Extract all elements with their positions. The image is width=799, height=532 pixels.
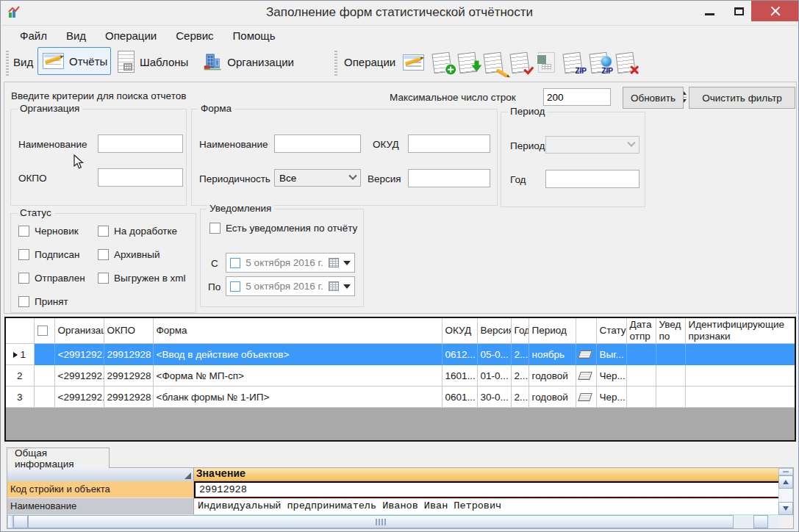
cell-identifying[interactable] [685,387,795,408]
col-form[interactable]: Форма [153,318,442,344]
col-identifying[interactable]: Идентифицирующие признаки [685,318,795,344]
cell-okud[interactable]: 1601... [442,365,477,387]
excel-export-button[interactable] [534,48,559,76]
status-sent-checkbox[interactable]: Отправлен [18,273,85,284]
date-from-picker[interactable]: 5 октября 2016 г. [226,253,355,273]
col-year[interactable]: Год [511,318,529,344]
col-organization[interactable]: Организация [54,318,104,344]
row-header[interactable]: 3 [6,387,34,408]
period-combobox[interactable] [545,136,639,154]
scroll-right-button[interactable] [753,515,768,528]
scrollbar-track[interactable] [734,515,753,528]
details-property-header[interactable] [7,468,194,481]
maximize-button[interactable] [725,1,752,21]
cell-identifying[interactable] [685,365,795,387]
table-row[interactable]: 2 <2991292... 29912928 <Форма № МП-сп> 1… [6,365,795,387]
date-checkbox-icon[interactable] [230,281,240,292]
col-okud[interactable]: ОКУД [442,318,477,344]
cell-status[interactable]: Чер... [596,365,626,387]
col-sent-date[interactable]: Дата отпр [626,318,656,344]
row-header[interactable]: 2 [6,365,34,387]
reports-button[interactable]: Отчёты [37,47,111,75]
cell-period[interactable]: ноябрь [529,344,576,365]
menu-file[interactable]: Файл [10,27,57,44]
toolbar-grip[interactable] [6,51,9,76]
scrollbar-thumb[interactable] [28,515,734,528]
scroll-up-button[interactable] [778,475,793,489]
status-rework-checkbox[interactable]: На доработке [98,226,177,237]
details-value[interactable]: Индивидуальный предприниматель Иванов Ив… [194,498,778,515]
row-checkbox-cell[interactable] [34,387,54,408]
menu-view[interactable]: Вид [57,27,96,44]
cell-status-icon[interactable] [576,365,596,387]
status-xml-checkbox[interactable]: Выгружен в xml [98,273,186,284]
periodicity-combobox[interactable]: Все [274,169,361,187]
date-checkbox-icon[interactable] [230,258,240,268]
status-accepted-checkbox[interactable]: Принят [18,296,68,307]
splitter-handle[interactable] [7,515,13,528]
verify-report-button[interactable] [507,48,532,76]
minimize-button[interactable] [696,1,723,21]
has-notifications-checkbox[interactable]: Есть уведомления по отчёту [209,223,357,234]
cell-organization[interactable]: <2991292... [54,365,104,387]
toolbar-grip[interactable] [334,51,337,76]
scrollbar-track[interactable] [768,515,778,528]
menu-service[interactable]: Сервис [166,27,223,44]
form-version-input[interactable] [408,169,490,187]
scroll-left-button[interactable] [13,515,28,528]
cell-year[interactable]: 2... [511,365,529,387]
cell-year[interactable]: 2... [511,344,529,365]
org-name-input[interactable] [98,134,183,153]
status-signed-checkbox[interactable]: Подписан [18,249,79,260]
cell-version[interactable]: 01-0... [477,365,511,387]
cell-sent-date[interactable] [626,344,656,365]
cell-organization[interactable]: <2991292... [54,387,104,408]
scroll-down-button[interactable] [778,502,793,515]
col-period[interactable]: Период [529,318,576,344]
refresh-button[interactable]: Обновить [623,87,684,109]
details-value-header[interactable]: Значение [194,468,778,481]
status-archived-checkbox[interactable]: Архивный [98,249,160,260]
splitter-handle[interactable] [778,468,793,475]
cell-year[interactable]: 2... [511,387,529,408]
cell-version[interactable]: 05-0... [477,344,511,365]
cell-notif-by[interactable] [656,365,685,387]
col-version[interactable]: Версия [477,318,511,344]
row-checkbox-cell[interactable] [34,344,54,365]
cell-okpo[interactable]: 29912928 [104,344,153,365]
status-draft-checkbox[interactable]: Черновик [18,226,79,237]
details-value[interactable]: 29912928 [194,481,778,498]
cell-form[interactable]: <Ввод в действие объектов> [153,344,442,365]
close-button[interactable] [751,1,799,21]
cell-notif-by[interactable] [656,344,685,365]
table-row[interactable]: 1 <2991292... 29912928 <Ввод в действие … [6,344,795,365]
cell-okud[interactable]: 0601... [442,387,477,408]
cell-status-icon[interactable] [576,344,596,365]
cell-okpo[interactable]: 29912928 [104,387,153,408]
col-notif-by[interactable]: Увед по [656,318,685,344]
cell-identifying[interactable] [685,344,795,365]
select-all-checkbox[interactable] [37,326,48,336]
cell-period[interactable]: годовой [529,365,576,387]
fill-report-button[interactable] [401,48,426,76]
edit-report-button[interactable] [481,48,506,76]
import-report-button[interactable] [455,48,480,76]
scrollbar-track[interactable] [778,489,793,502]
col-okpo[interactable]: ОКПО [104,318,153,344]
templates-button[interactable]: Шаблоны [113,47,196,76]
cell-sent-date[interactable] [626,387,656,408]
cell-organization[interactable]: <2991292... [54,344,104,365]
form-okud-input[interactable] [408,134,490,153]
details-label[interactable]: Наименование [7,498,194,515]
tab-general-info[interactable]: Общая информация [7,447,110,468]
cell-notif-by[interactable] [656,387,685,408]
clear-filter-button[interactable]: Очистить фильтр [689,87,795,109]
cell-period[interactable]: годовой [529,387,576,408]
cell-version[interactable]: 30-0... [477,387,511,408]
organizations-button[interactable]: Организации [198,47,298,76]
zip-export-button[interactable]: ZIP [560,48,585,76]
cell-okud[interactable]: 0612... [442,344,477,365]
delete-report-button[interactable] [613,48,638,76]
details-label[interactable]: Код стройки и объекта [7,481,194,498]
cell-form[interactable]: <Форма № МП-сп> [153,365,442,387]
